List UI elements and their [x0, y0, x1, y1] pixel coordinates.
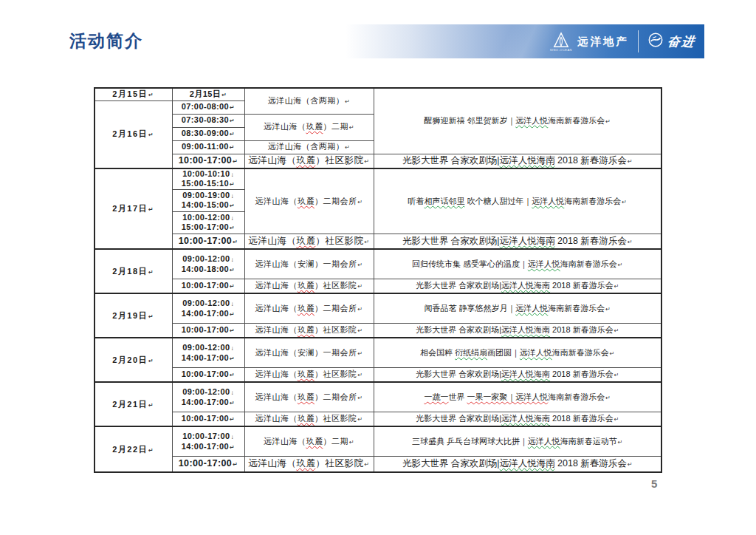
- cell-text: 海南新春游乐会: [552, 348, 609, 357]
- cell-text: 10:00-17:00: [179, 458, 233, 468]
- table-cell-activity: 光影大世界 合家欢剧场|远洋人悦海南 2018 新春游乐会↵: [374, 367, 662, 382]
- paragraph-mark: ↵: [230, 225, 235, 231]
- cell-text: 07:00-08:00: [182, 102, 229, 111]
- table-cell-activity: 三球盛典 乒乓台球网球大比拼｜远洋人悦海南新春运动节↵: [374, 426, 662, 456]
- cell-text: 闻香品茗 静享悠然岁月｜: [424, 304, 515, 313]
- cell-text: 10:00-17:00: [182, 432, 230, 440]
- table-cell-activity: 光影大世界 合家欢剧场|远洋人悦海南 2018 新春游乐会↵: [374, 456, 662, 472]
- cell-text: 14:00-15:00: [182, 200, 229, 209]
- fenjin-logo-text: 奋进: [667, 33, 696, 50]
- cell-text: 14:00-17:00: [182, 353, 229, 362]
- cell-text: 玖麓: [306, 437, 323, 446]
- paragraph-mark: ↓: [230, 345, 233, 352]
- cell-text: 远洋人悦: [528, 437, 560, 446]
- cell-text: 15:00-15:10: [182, 179, 229, 188]
- paragraph-mark: ↓: [230, 171, 233, 178]
- cell-text: 玖麓: [298, 325, 315, 334]
- cell-text: 远洋山海（含两期）: [268, 142, 345, 151]
- cell-text: 玖麓: [296, 155, 315, 166]
- paragraph-mark: ↵: [230, 117, 235, 124]
- table-cell-time: 10:00-17:00↵: [172, 456, 244, 472]
- cell-text: 玖麓: [298, 197, 315, 205]
- cell-text: 一蔬一: [424, 392, 448, 401]
- paragraph-mark: ↵: [610, 350, 615, 357]
- cell-text: 07:30-08:30: [182, 115, 229, 124]
- cell-text: 一果一家聚｜远洋人悦: [467, 392, 549, 401]
- cell-text: 2月16日: [112, 129, 148, 138]
- table-cell-time: 10:00-17:00↓14:00-17:00↵: [172, 426, 244, 456]
- cell-text: 相声话邻里: [424, 197, 464, 205]
- table-cell-venue: 远洋山海（玖麓）二期↵: [244, 426, 374, 456]
- table-cell-venue: 远洋山海（含两期）↵: [244, 140, 374, 154]
- cell-text: 玖麓: [296, 236, 315, 246]
- cell-text: 回归传统市集 感受掌心的温度｜: [412, 259, 528, 268]
- cell-text: 光影大世界 合家欢剧场|: [416, 369, 501, 378]
- cell-text: 远洋山海（安澜）一期会所: [255, 348, 357, 357]
- cell-text: 2018 新春游乐会: [555, 155, 627, 166]
- cell-text: ）二期会所: [315, 392, 357, 401]
- cell-text: 远洋人悦海南: [501, 369, 550, 378]
- cell-text: 远洋人悦海南: [501, 325, 550, 334]
- paragraph-mark: ↵: [614, 416, 619, 423]
- paragraph-mark: ↵: [614, 283, 619, 290]
- table-row: 10:00-17:00↵远洋山海（玖麓）社区影院↵光影大世界 合家欢剧场|远洋人…: [94, 367, 662, 382]
- table-row: 2月21日↵09:00-12:00↓14:00-17:00↵远洋山海（玖麓）二期…: [94, 382, 662, 412]
- paragraph-mark: ↵: [357, 395, 362, 401]
- table-cell-time: 08:30-09:00↵: [172, 127, 244, 140]
- table-cell-date: 2月16日↵: [94, 100, 172, 168]
- table-cell-venue: 远洋山海（玖麓）社区影院↵: [244, 367, 374, 382]
- table-cell-venue: 远洋山海（玖麓）社区影院↵: [244, 154, 374, 168]
- table-cell-activity: 光影大世界 合家欢剧场|远洋人悦海南 2018 新春游乐会↵: [374, 279, 662, 293]
- cell-text: 玖麓: [298, 304, 315, 313]
- paragraph-mark: ↵: [233, 461, 238, 468]
- paragraph-mark: ↵: [148, 92, 154, 98]
- paragraph-mark: ↵: [349, 439, 354, 446]
- cell-text: 光影大世界 合家欢剧场|: [416, 281, 501, 290]
- paragraph-mark: ↓: [230, 256, 233, 263]
- table-row: 10:00-17:00↵远洋山海（玖麓）社区影院↵光影大世界 合家欢剧场|远洋人…: [94, 456, 662, 472]
- table-cell-time: 07:00-08:00↵: [172, 100, 244, 114]
- cell-text: 10:00-12:00: [182, 213, 230, 222]
- cell-text: 远洋山海（: [255, 325, 298, 334]
- cell-text: ）社区影院: [315, 325, 357, 334]
- cell-text: 玖麓: [306, 122, 323, 131]
- cell-text: 远洋山海（: [255, 197, 298, 205]
- cell-text: 三球盛典 乒乓台球网球大比拼｜: [412, 437, 528, 446]
- cell-text: 远洋山海（: [264, 122, 306, 131]
- cell-text: 10:00-17:00: [179, 236, 233, 246]
- sino-ocean-logo: SINO-OCEAN 远洋地产: [550, 32, 629, 52]
- cell-text: 远洋人悦海南: [500, 155, 555, 166]
- cell-text: 画团圆｜: [487, 348, 520, 357]
- cell-text: 光影大世界 合家欢剧场|: [402, 155, 500, 166]
- paragraph-mark: ↵: [148, 402, 154, 409]
- slide: 活动简介 SINO-OCEAN 远洋地产: [0, 0, 756, 535]
- table-cell-venue: 远洋山海（含两期）↵: [244, 88, 374, 114]
- cell-text: 远洋山海（: [255, 304, 298, 313]
- cell-text: 2月18日: [112, 267, 148, 276]
- cell-text: 光影大世界 合家欢剧场|: [416, 414, 501, 423]
- fenjin-logo-icon: [647, 32, 664, 51]
- cell-text: 世界: [448, 392, 467, 401]
- cell-text: ）社区影院: [315, 414, 357, 423]
- cell-text: ）二期: [323, 437, 348, 446]
- paragraph-mark: ↵: [230, 181, 235, 188]
- table-cell-date: 2月15日↵: [94, 88, 172, 100]
- table-cell-venue: 远洋山海（玖麓）二期↵: [244, 114, 374, 140]
- paragraph-mark: ↵: [364, 461, 369, 468]
- cell-text: ）二期: [323, 122, 348, 131]
- cell-text: 2018 新春游乐会: [555, 458, 627, 468]
- fenjin-logo: 奋进: [647, 32, 695, 51]
- cell-text: 光影大世界 合家欢剧场|: [402, 236, 500, 246]
- table-cell-time: 09:00-19:00↓14:00-15:00↵: [172, 189, 244, 211]
- cell-text: 远洋人悦海南: [500, 236, 555, 246]
- paragraph-mark: ↵: [230, 327, 235, 334]
- table-cell-date: 2月22日↵: [94, 426, 172, 472]
- cell-text: 听着: [408, 197, 424, 205]
- schedule-table: 2月15日↵2月15日↵远洋山海（含两期）↵醒狮迎新禧 邻里贺新岁｜远洋人悦海南…: [94, 87, 662, 473]
- paragraph-mark: ↵: [230, 372, 235, 378]
- cell-text: 海南新春游乐会: [548, 116, 605, 125]
- table-row: 10:00-17:00↵远洋山海（玖麓）社区影院↵光影大世界 合家欢剧场|远洋人…: [94, 234, 662, 249]
- sino-ocean-logo-text: 远洋地产: [577, 35, 629, 49]
- paragraph-mark: ↓: [230, 301, 233, 307]
- paragraph-mark: ↵: [628, 461, 633, 468]
